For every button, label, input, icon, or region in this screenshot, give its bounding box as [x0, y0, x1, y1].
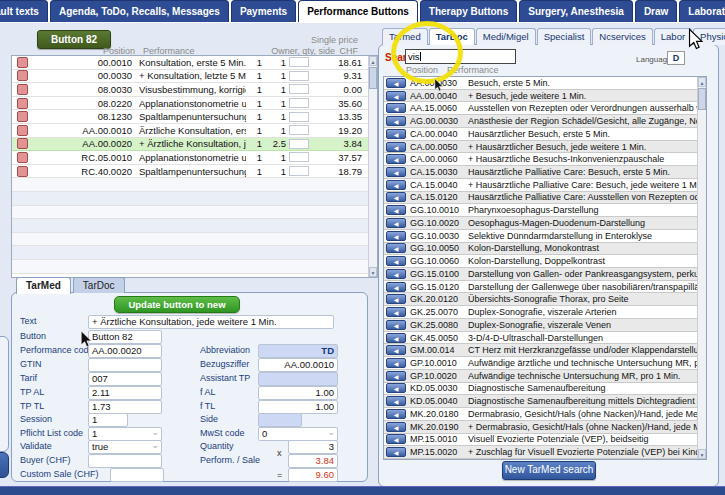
list-item[interactable]: ◀GG.10.0010Pharynxoesophagus-Darstellung — [384, 204, 697, 217]
transfer-left-arrow-button[interactable]: ◀ — [386, 282, 406, 292]
top-tab-surgery-anesthesia[interactable]: Surgery, Anesthesia — [519, 0, 633, 22]
top-tab-agenda-todo-recalls-messages[interactable]: Agenda, ToDo, Recalls, Messages — [50, 0, 229, 22]
transfer-left-arrow-button[interactable]: ◀ — [386, 294, 406, 304]
scroll-thumb[interactable] — [369, 67, 377, 89]
red-checkbox-icon[interactable] — [17, 98, 28, 109]
table-row[interactable]: RC.40.0020Spaltlampenuntersuchung der vo… — [12, 165, 368, 179]
list-item[interactable]: ◀GP.10.0010Aufwändige ärztliche und tech… — [384, 357, 697, 370]
transfer-left-arrow-button[interactable]: ◀ — [386, 358, 406, 368]
performance-table-scrollbar[interactable]: ▲ ▼ — [368, 56, 377, 277]
side-input[interactable] — [289, 125, 309, 135]
tab-tardoc-editor[interactable]: TarDoc — [73, 277, 125, 293]
transfer-left-arrow-button[interactable]: ◀ — [386, 129, 406, 139]
side-input[interactable] — [289, 112, 309, 122]
transfer-left-arrow-button[interactable]: ◀ — [386, 154, 406, 164]
transfer-left-arrow-button[interactable]: ◀ — [386, 205, 406, 215]
list-item[interactable]: ◀GG.10.0060Kolon-Darstellung, Doppelkont… — [384, 255, 697, 268]
scroll-thumb[interactable] — [698, 88, 706, 110]
red-checkbox-icon[interactable] — [17, 125, 28, 136]
side-input[interactable] — [289, 139, 309, 149]
list-item[interactable]: ◀CA.00.0060+ Hausärztliche Besuchs-Inkon… — [384, 153, 697, 166]
table-row[interactable]: 08.0030Visusbestimmung, korrigiert (Best… — [12, 83, 368, 97]
scroll-up-icon[interactable]: ▲ — [369, 56, 377, 66]
transfer-left-arrow-button[interactable]: ◀ — [386, 307, 406, 317]
transfer-left-arrow-button[interactable]: ◀ — [386, 422, 406, 432]
top-tab-ault-texts[interactable]: ault texts — [0, 0, 48, 22]
side-input[interactable] — [289, 166, 309, 176]
side-input[interactable] — [289, 98, 309, 108]
red-checkbox-icon[interactable] — [17, 57, 28, 68]
side-input[interactable] — [289, 71, 309, 81]
red-checkbox-icon[interactable] — [17, 70, 28, 81]
scroll-up-icon[interactable]: ▲ — [698, 77, 706, 87]
scroll-down-icon[interactable]: ▼ — [698, 449, 706, 459]
list-item[interactable]: ◀GG.10.0050Kolon-Darstellung, Monokontra… — [384, 243, 697, 256]
list-item[interactable]: ◀GG.10.0020Oesophagus-Magen-Duodenum-Dar… — [384, 217, 697, 230]
side-input[interactable] — [289, 84, 309, 94]
list-item[interactable]: ◀CA.00.0040Hausärztlicher Besuch, erste … — [384, 128, 697, 141]
catalog-tab-medi-migel[interactable]: Medi/Migel — [476, 28, 536, 45]
transfer-left-arrow-button[interactable]: ◀ — [386, 396, 406, 406]
transfer-left-arrow-button[interactable]: ◀ — [386, 320, 406, 330]
top-tab-draw[interactable]: Draw — [635, 0, 677, 22]
list-item[interactable]: ◀AA.15.0060Ausstellen von Rezepten oder … — [384, 102, 697, 115]
transfer-left-arrow-button[interactable]: ◀ — [386, 116, 406, 126]
transfer-left-arrow-button[interactable]: ◀ — [386, 192, 406, 202]
transfer-left-arrow-button[interactable]: ◀ — [386, 434, 406, 444]
transfer-left-arrow-button[interactable]: ◀ — [386, 371, 406, 381]
list-item[interactable]: ◀KD.05.0030Diagnostische Samenaufbereitu… — [384, 383, 697, 396]
red-checkbox-icon[interactable] — [17, 152, 28, 163]
table-row[interactable]: 08.1230Spaltlampenuntersuchung der vorde… — [12, 110, 368, 124]
red-checkbox-icon[interactable] — [17, 111, 28, 122]
scroll-down-icon[interactable]: ▼ — [369, 267, 377, 277]
top-tab-therapy-buttons[interactable]: Therapy Buttons — [420, 0, 517, 22]
list-item[interactable]: ◀GG.15.0100Darstellung von Gallen- oder … — [384, 268, 697, 281]
top-tab-laboratory[interactable]: Laboratory — [679, 0, 725, 22]
transfer-left-arrow-button[interactable]: ◀ — [386, 345, 406, 355]
list-item[interactable]: ◀CA.15.0040+ Hausärztliche Palliative Ca… — [384, 179, 697, 192]
transfer-left-arrow-button[interactable]: ◀ — [386, 409, 406, 419]
side-input[interactable] — [289, 57, 309, 67]
table-row[interactable]: RC.05.0010Applanationstonometrie und ste… — [12, 151, 368, 165]
tab-tarmed[interactable]: TarMed — [16, 277, 71, 294]
list-item[interactable]: ◀GK.45.00503-D/4-D-Ultraschall-Darstellu… — [384, 332, 697, 345]
transfer-left-arrow-button[interactable]: ◀ — [386, 447, 406, 457]
list-item[interactable]: ◀AG.00.0030Anästhesie der Region Schädel… — [384, 115, 697, 128]
red-checkbox-icon[interactable] — [17, 166, 28, 177]
left-edge-button-fragment[interactable] — [0, 452, 9, 478]
table-row[interactable]: 00.0010Konsultation, erste 5 Min. (Grund… — [12, 56, 368, 70]
catalog-tab-labor[interactable]: Labor — [654, 28, 692, 45]
transfer-left-arrow-button[interactable]: ◀ — [386, 78, 406, 88]
list-item[interactable]: ◀MP.15.0010Visuell Evozierte Potenziale … — [384, 434, 697, 447]
transfer-left-arrow-button[interactable]: ◀ — [386, 333, 406, 343]
transfer-left-arrow-button[interactable]: ◀ — [386, 269, 406, 279]
list-item[interactable]: ◀MK.20.0180Dermabrasio, Gesicht/Hals (oh… — [384, 408, 697, 421]
catalog-tab-ncservices[interactable]: Ncservices — [592, 28, 652, 45]
transfer-left-arrow-button[interactable]: ◀ — [386, 167, 406, 177]
list-item[interactable]: ◀CA.15.0030Hausärztliche Palliative Care… — [384, 166, 697, 179]
transfer-left-arrow-button[interactable]: ◀ — [386, 142, 406, 152]
transfer-left-arrow-button[interactable]: ◀ — [386, 231, 406, 241]
list-item[interactable]: ◀MK.20.0190+ Dermabrasio, Gesicht/Hals (… — [384, 421, 697, 434]
transfer-left-arrow-button[interactable]: ◀ — [386, 256, 406, 266]
list-item[interactable]: ◀GK.25.0070Duplex-Sonografie, viszerale … — [384, 306, 697, 319]
list-item[interactable]: ◀GK.20.0120Übersichts-Sonografie Thorax,… — [384, 293, 697, 306]
red-checkbox-icon[interactable] — [17, 138, 28, 149]
update-button[interactable]: Update button to new TarMed — [114, 296, 240, 313]
list-item[interactable]: ◀CA.00.0050+ Hausärztlicher Besuch, jede… — [384, 141, 697, 154]
list-item[interactable]: ◀GK.25.0080Duplex-Sonografie, viszerale … — [384, 319, 697, 332]
top-tab-payments[interactable]: Payments — [231, 0, 296, 22]
new-tarmed-search-button[interactable]: New TarMed search — [502, 461, 596, 480]
list-item[interactable]: ◀AA.00.0040+ Besuch, jede weitere 1 Min. — [384, 90, 697, 103]
list-item[interactable]: ◀KD.05.0040Diagnostische Samenaufbereitu… — [384, 395, 697, 408]
language-select[interactable]: D — [667, 51, 685, 65]
red-checkbox-icon[interactable] — [17, 84, 28, 95]
list-item[interactable]: ◀GG.15.0120Darstellung der Gallenwege üb… — [384, 281, 697, 294]
catalog-tab-specialist[interactable]: Specialist — [537, 28, 592, 45]
table-row[interactable]: AA.00.0020+ Ärztliche Konsultation, jede… — [12, 138, 368, 152]
transfer-left-arrow-button[interactable]: ◀ — [386, 91, 406, 101]
transfer-left-arrow-button[interactable]: ◀ — [386, 383, 406, 393]
table-row[interactable]: 08.0220Applanationstonometrie und stereo… — [12, 97, 368, 111]
list-item[interactable]: ◀GM.00.014CT Herz mit Herzkranzgefässe u… — [384, 344, 697, 357]
table-row[interactable]: 00.0030+ Konsultation, letzte 5 Min. (Ko… — [12, 70, 368, 84]
